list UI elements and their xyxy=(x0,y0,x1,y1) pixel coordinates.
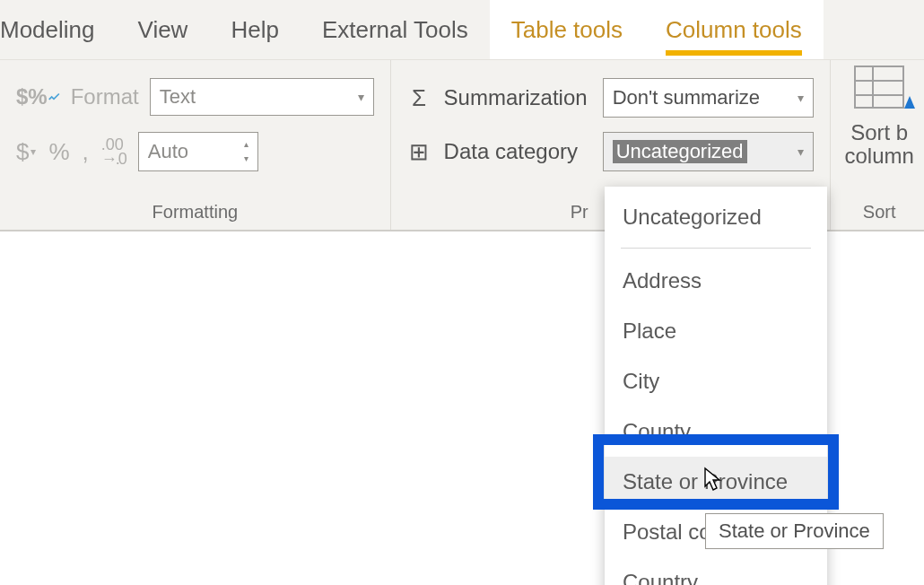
tab-help[interactable]: Help xyxy=(209,0,300,59)
sort-by-column-button[interactable] xyxy=(854,65,904,109)
group-label-formatting: Formatting xyxy=(0,202,390,223)
tab-modeling[interactable]: Modeling xyxy=(0,0,117,59)
group-formatting: $% Format Text ▾ $▾ % , .00→.0 xyxy=(0,60,391,230)
chevron-down-icon: ▾ xyxy=(358,90,364,104)
decimal-places-combo[interactable]: Auto ▴▾ xyxy=(138,132,258,171)
data-category-combo[interactable]: Uncategorized ▾ xyxy=(603,132,814,171)
tooltip: State or Province xyxy=(705,513,884,549)
tab-external-tools[interactable]: External Tools xyxy=(301,0,490,59)
tab-table-tools[interactable]: Table tools xyxy=(490,0,644,59)
currency-button[interactable]: $▾ xyxy=(16,138,36,166)
data-category-label: Data category xyxy=(444,139,590,164)
summarization-value: Don't summarize xyxy=(613,86,760,109)
dropdown-item-county[interactable]: County xyxy=(605,406,827,457)
tab-view[interactable]: View xyxy=(117,0,210,59)
dropdown-item-city[interactable]: City xyxy=(605,356,827,406)
format-combo-value: Text xyxy=(160,85,196,109)
format-icon: $% xyxy=(16,84,60,109)
dropdown-separator xyxy=(621,248,811,249)
format-label: Format xyxy=(71,84,139,109)
thousands-separator-button[interactable]: , xyxy=(83,138,89,166)
sigma-icon: Σ xyxy=(407,84,431,112)
dropdown-item-address[interactable]: Address xyxy=(605,256,827,306)
sort-caption: Sort bcolumn xyxy=(845,121,914,169)
dropdown-item-place[interactable]: Place xyxy=(605,306,827,356)
format-combo[interactable]: Text ▾ xyxy=(150,78,374,116)
category-icon: ⊞ xyxy=(407,138,431,166)
data-category-value: Uncategorized xyxy=(613,140,747,163)
dropdown-item-country[interactable]: Country xyxy=(605,557,827,585)
percent-button[interactable]: % xyxy=(48,138,69,166)
summarization-combo[interactable]: Don't summarize ▾ xyxy=(603,78,814,118)
dropdown-item-state-or-province[interactable]: State or Province xyxy=(605,457,827,507)
summarization-label: Summarization xyxy=(444,85,590,110)
group-sort: Sort bcolumn Sort xyxy=(831,60,924,230)
sort-icon xyxy=(854,65,904,109)
spinner-icon: ▴▾ xyxy=(244,140,248,163)
dropdown-item-uncategorized[interactable]: Uncategorized xyxy=(605,192,827,242)
chevron-down-icon: ▾ xyxy=(798,91,804,105)
ribbon-tabstrip: Modeling View Help External Tools Table … xyxy=(0,0,924,59)
decimals-button[interactable]: .00→.0 xyxy=(101,137,126,166)
decimal-places-value: Auto xyxy=(148,140,188,163)
group-label-sort: Sort xyxy=(831,202,924,223)
chevron-down-icon: ▾ xyxy=(798,144,804,159)
tab-column-tools[interactable]: Column tools xyxy=(644,0,824,59)
